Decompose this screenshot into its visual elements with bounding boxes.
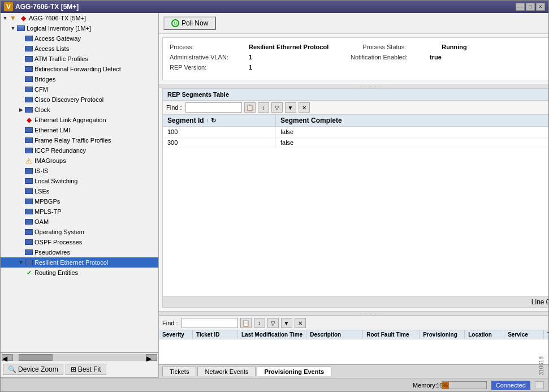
tree-item-atm[interactable]: ATM Traffic Profiles [1,54,158,64]
tree-item-isis[interactable]: IS-IS [1,166,158,176]
icon-clock [24,105,33,114]
tree-scroll: ▼ ▼ ◆ AGG-7606-TX [5M+] ▼ [1,13,158,278]
collapse-handle-bottom[interactable]: · · · · · [159,311,548,316]
right-panel: ↻ Poll Now Process: Resilient Ethernet P… [159,13,548,378]
device-zoom-button[interactable]: 🔍 Device Zoom [3,364,63,375]
best-fit-button[interactable]: ⊞ Best Fit [66,364,106,375]
tree-item-ospf[interactable]: OSPF Processes [1,237,158,247]
bottom-th-service: Service [504,330,544,339]
sort-btn[interactable]: ↕ [258,102,269,113]
tree-item-ls[interactable]: Local Switching [1,176,158,186]
tree-item-bfd[interactable]: Bidirectional Forwarding Detect [1,64,158,74]
tree-item-access-gateway[interactable]: Access Gateway [1,33,158,44]
bottom-th-rootfault: Root Fault Time [363,330,420,339]
info-section: Process: Resilient Ethernet Protocol Pro… [162,37,548,80]
icon-lses [24,187,33,196]
tree-item-frtp[interactable]: Frame Relay Traffic Profiles [1,135,158,145]
close-button[interactable]: ✕ [536,3,545,11]
tree-item-os[interactable]: Operating System [1,227,158,237]
tree-item-mpbgp[interactable]: MPBGPs [1,196,158,206]
table-row[interactable]: 300 false [163,137,548,148]
tree-item-access-lists[interactable]: Access Lists [1,44,158,54]
bottom-th-ticket: Ticket ID [193,330,238,339]
tree-item-routing[interactable]: ✔ Routing Entities [1,268,158,278]
poll-bar: ↻ Poll Now [159,13,548,34]
tree-item-lses[interactable]: LSEs [1,186,158,196]
best-fit-icon: ⊞ [71,365,76,373]
table-row[interactable]: 100 false [163,127,548,137]
filter-btn[interactable]: ▽ [271,102,283,113]
rep-table-header: Segment Id ↕ ↻ Segment Complete [163,115,548,127]
icon-elmi [24,126,33,135]
bottom-filter-btn[interactable]: ▽ [267,318,279,328]
li-icon [16,24,25,33]
tree-item-cdp[interactable]: Cisco Discovery Protocol [1,94,158,105]
ei-al [18,45,24,52]
bottom-th-location: Location [465,330,504,339]
bottom-clear-btn[interactable]: ✕ [295,318,306,328]
tree-item-rep[interactable]: ▼ Resilient Ethernet Protocol [1,257,158,268]
label-br: Bridges [34,76,55,83]
td-seg-complete-0: false [276,127,548,137]
filter-set-btn[interactable]: ▼ [285,102,296,113]
icon-iccp [24,146,33,155]
tree-item-clock[interactable]: ▶ Clock [1,105,158,115]
tree-logical-inventory[interactable]: ▼ Logical Inventory [1M+] [1,23,158,33]
scroll-thumb[interactable] [19,354,53,361]
status-resize-handle[interactable] [535,381,544,389]
label-mpbgp: MPBGPs [34,198,60,205]
icon-rep [24,258,33,267]
label-iccp: ICCP Redundancy [34,147,86,154]
bottom-filter-set-btn[interactable]: ▼ [281,318,292,328]
bottom-find-input[interactable] [181,318,238,328]
label-atm: ATM Traffic Profiles [34,55,88,62]
ei-iccp [18,147,24,154]
maximize-button[interactable]: □ [526,3,535,11]
logical-inventory-label: Logical Inventory [1M+] [27,25,91,32]
scroll-track[interactable] [13,354,146,361]
scroll-right-btn[interactable]: ▶ [146,354,157,361]
tree-item-pw[interactable]: Pseudowires [1,247,158,257]
root-label: AGG-7606-TX [5M+] [29,15,86,21]
expand-icon-root: ▼ [2,15,8,21]
ei-pw [18,249,24,256]
tab-network-events[interactable]: Network Events [197,367,256,376]
minimize-button[interactable]: — [516,3,525,11]
tree-item-ela[interactable]: ◆ Ethernet Link Aggregation [1,115,158,125]
bottom-export-btn[interactable]: 📋 [240,318,252,328]
tree-item-ima[interactable]: ⚠ IMAGroups [1,156,158,166]
tab-tickets[interactable]: Tickets [162,367,196,376]
scroll-left-btn[interactable]: ◀ [2,354,13,361]
ei-br [18,76,24,83]
tree-item-iccp[interactable]: ICCP Redundancy [1,145,158,156]
icon-routing: ✔ [24,268,33,277]
tree-root[interactable]: ▼ ▼ ◆ AGG-7606-TX [5M+] [1,13,158,23]
poll-now-button[interactable]: ↻ Poll Now [163,16,216,30]
ei-atm [18,55,24,62]
tree-item-elmi[interactable]: Ethernet LMI [1,125,158,135]
export-btn[interactable]: 📋 [244,102,256,113]
h-scrollbar[interactable]: ◀ ▶ [1,352,158,361]
ei-ag [18,35,24,42]
main-content: ▼ ▼ ◆ AGG-7606-TX [5M+] ▼ [1,13,548,378]
tree-item-mplstp[interactable]: MPLS-TP [1,206,158,217]
bottom-th-desc: Description [306,330,363,339]
tree-item-oam[interactable]: OAM [1,217,158,227]
tree-item-bridges[interactable]: Bridges [1,74,158,84]
icon-br [24,75,33,84]
label-cfm: CFM [34,86,48,93]
icon-al [24,44,33,53]
info-row-version: REP Version: 1 [170,64,548,71]
ei-elmi [18,127,24,133]
clear-filter-btn[interactable]: ✕ [299,102,310,113]
tab-provisioning-events[interactable]: Provisioning Events [257,367,331,376]
collapse-handle-top[interactable]: · · · · · [159,84,548,88]
ei-rep: ▼ [18,259,24,266]
bottom-sort-btn[interactable]: ↕ [254,318,265,328]
icon-cdp [24,95,33,104]
tree-item-cfm[interactable]: CFM [1,84,158,94]
find-input[interactable] [185,102,242,113]
tree-area[interactable]: ▼ ▼ ◆ AGG-7606-TX [5M+] ▼ [1,13,158,352]
info-row-vlan: Administrative VLAN: 1 Notification Enab… [170,54,548,61]
label-lses: LSEs [34,188,49,195]
